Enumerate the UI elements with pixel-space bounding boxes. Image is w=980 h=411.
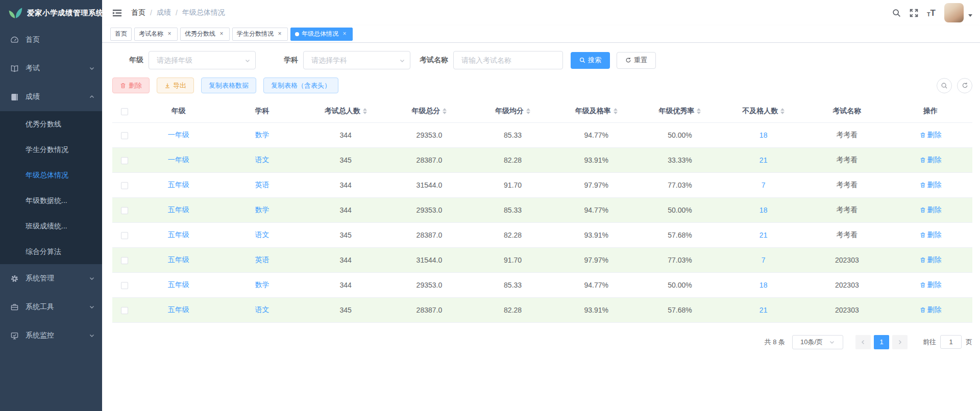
next-page-button[interactable] <box>892 335 908 349</box>
row-checkbox[interactable] <box>121 207 128 214</box>
link-subject[interactable]: 数学 <box>255 280 270 289</box>
subject-select[interactable] <box>303 51 410 69</box>
link-fail-count[interactable]: 21 <box>760 156 768 164</box>
link-grade[interactable]: 一年级 <box>168 131 189 139</box>
goto-page-input[interactable] <box>940 335 962 349</box>
tab-grade-overview[interactable]: 年级总体情况× <box>290 28 353 41</box>
row-checkbox[interactable] <box>121 182 128 189</box>
copy-table-with-header-button[interactable]: 复制表格（含表头） <box>263 78 338 93</box>
link-subject[interactable]: 语文 <box>255 230 270 239</box>
delete-row-button[interactable]: 删除 <box>920 131 942 140</box>
link-grade[interactable]: 一年级 <box>168 156 189 164</box>
link-grade[interactable]: 五年级 <box>168 181 189 189</box>
submenu-item-student-score[interactable]: 学生分数情况 <box>0 137 102 162</box>
close-icon[interactable]: × <box>276 31 283 38</box>
row-checkbox[interactable] <box>121 257 128 264</box>
sidebar-item-system-admin[interactable]: 系统管理 <box>0 264 102 293</box>
link-subject[interactable]: 语文 <box>255 305 270 314</box>
link-subject[interactable]: 英语 <box>255 181 270 189</box>
page-number-1[interactable]: 1 <box>874 335 889 349</box>
export-button[interactable]: 导出 <box>157 78 194 93</box>
sort-caret-icon[interactable] <box>614 108 618 114</box>
delete-row-button[interactable]: 删除 <box>920 280 942 290</box>
tab-exam-name[interactable]: 考试名称× <box>134 28 178 41</box>
reset-button[interactable]: 重置 <box>617 52 656 69</box>
font-size-icon[interactable]: TT <box>927 9 936 17</box>
row-checkbox[interactable] <box>121 282 128 289</box>
page-size-select[interactable]: 10条/页 <box>792 335 843 349</box>
delete-row-button[interactable]: 删除 <box>920 206 942 215</box>
close-icon[interactable]: × <box>218 31 225 38</box>
cell-subject: 英语 <box>220 172 304 197</box>
column-header-3[interactable]: 年级总分 <box>387 100 471 122</box>
sidebar-item-system-monitor[interactable]: 系统监控 <box>0 321 102 350</box>
link-subject[interactable]: 语文 <box>255 156 270 164</box>
row-checkbox[interactable] <box>121 157 128 164</box>
row-checkbox[interactable] <box>121 232 128 239</box>
sort-caret-icon[interactable] <box>780 108 785 114</box>
delete-row-button[interactable]: 删除 <box>920 181 942 190</box>
tab-student-score[interactable]: 学生分数情况× <box>232 28 288 41</box>
sidebar-item-system-tools[interactable]: 系统工具 <box>0 293 102 321</box>
select-all-checkbox[interactable] <box>121 108 128 115</box>
prev-page-button[interactable] <box>855 335 871 349</box>
submenu-item-grade-overview[interactable]: 年级总体情况 <box>0 162 102 188</box>
column-header-5[interactable]: 年级及格率 <box>554 100 638 122</box>
sort-caret-icon[interactable] <box>526 108 530 114</box>
fullscreen-icon[interactable] <box>910 9 918 17</box>
search-button[interactable]: 搜索 <box>571 52 610 69</box>
sort-caret-icon[interactable] <box>697 108 701 114</box>
column-header-7[interactable]: 不及格人数 <box>722 100 805 122</box>
tab-excellent-score-line[interactable]: 优秀分数线× <box>180 28 230 41</box>
link-subject[interactable]: 英语 <box>255 255 270 264</box>
sidebar-item-exam[interactable]: 考试 <box>0 54 102 83</box>
link-grade[interactable]: 五年级 <box>168 255 189 264</box>
sidebar-item-home[interactable]: 首页 <box>0 25 102 54</box>
link-fail-count[interactable]: 18 <box>760 131 768 139</box>
grade-select-input[interactable] <box>149 52 255 69</box>
column-header-4[interactable]: 年级均分 <box>471 100 555 122</box>
column-search-button[interactable] <box>937 78 952 93</box>
link-subject[interactable]: 数学 <box>255 206 270 214</box>
grade-select[interactable] <box>149 51 256 69</box>
submenu-item-composite-score-algo[interactable]: 综合分算法 <box>0 239 102 264</box>
table-refresh-button[interactable] <box>957 78 972 93</box>
caret-down-icon[interactable] <box>968 14 972 19</box>
exam-name-input[interactable] <box>454 52 562 69</box>
submenu-item-excellent-score-line[interactable]: 优秀分数线 <box>0 111 102 137</box>
column-header-2[interactable]: 考试总人数 <box>304 100 387 122</box>
user-avatar[interactable] <box>944 3 964 22</box>
row-checkbox[interactable] <box>121 132 128 139</box>
sidebar-item-score[interactable]: 成绩 <box>0 83 102 111</box>
link-fail-count[interactable]: 7 <box>762 181 766 189</box>
link-subject[interactable]: 数学 <box>255 131 270 139</box>
link-grade[interactable]: 五年级 <box>168 280 189 289</box>
link-fail-count[interactable]: 18 <box>760 281 768 289</box>
copy-table-data-button[interactable]: 复制表格数据 <box>201 78 256 93</box>
link-fail-count[interactable]: 7 <box>762 256 766 264</box>
delete-row-button[interactable]: 删除 <box>920 305 942 315</box>
column-header-6[interactable]: 年级优秀率 <box>638 100 722 122</box>
submenu-item-class-score-stats[interactable]: 班级成绩统... <box>0 213 102 239</box>
link-fail-count[interactable]: 21 <box>760 231 768 239</box>
subject-select-input[interactable] <box>304 52 410 69</box>
delete-row-button[interactable]: 删除 <box>920 230 942 240</box>
sort-caret-icon[interactable] <box>443 108 447 114</box>
search-icon[interactable] <box>892 9 901 17</box>
link-fail-count[interactable]: 21 <box>760 306 768 314</box>
close-icon[interactable]: × <box>341 31 348 38</box>
delete-row-button[interactable]: 删除 <box>920 156 942 165</box>
delete-row-button[interactable]: 删除 <box>920 255 942 265</box>
link-grade[interactable]: 五年级 <box>168 206 189 214</box>
sort-caret-icon[interactable] <box>363 108 367 114</box>
breadcrumb-item-1[interactable]: 首页 <box>131 8 145 17</box>
close-icon[interactable]: × <box>166 31 173 38</box>
link-fail-count[interactable]: 18 <box>760 206 768 214</box>
hamburger-icon[interactable] <box>112 8 122 18</box>
row-checkbox[interactable] <box>121 307 128 314</box>
delete-button[interactable]: 删除 <box>112 78 150 93</box>
link-grade[interactable]: 五年级 <box>168 305 189 314</box>
tab-home[interactable]: 首页 <box>110 28 132 41</box>
link-grade[interactable]: 五年级 <box>168 230 189 239</box>
submenu-item-grade-data-stats[interactable]: 年级数据统... <box>0 188 102 213</box>
